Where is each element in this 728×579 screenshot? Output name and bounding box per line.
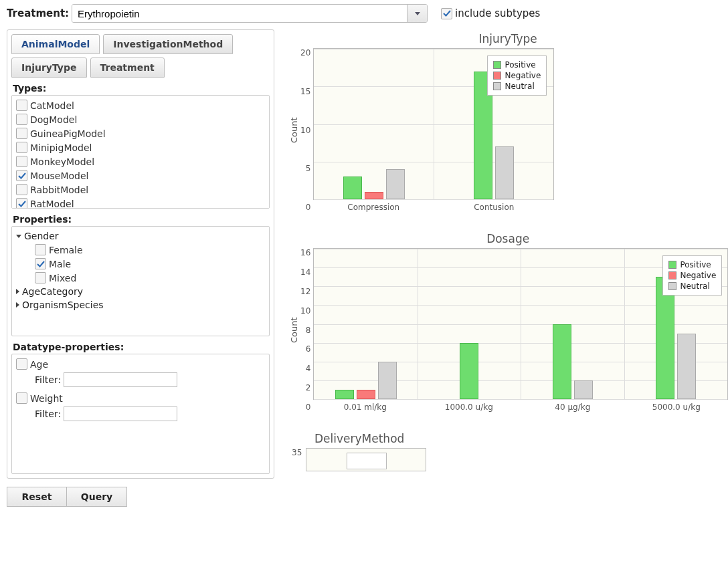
bar-neutral [677,334,696,399]
y-tick: 5 [306,164,311,173]
types-list[interactable]: CatModel DogModel GuineaPigModel Minipig… [11,95,270,209]
bar-group [314,249,418,399]
type-item-rabbitmodel[interactable]: RabbitModel [16,183,268,197]
chart-legend [347,453,387,469]
tab-investigationmethod[interactable]: InvestigationMethod [103,34,233,54]
chart-plot-area: Positive Negative Neutral [313,248,728,400]
charts-panel: InjuryType Count 20151050 Positive Negat… [288,29,728,471]
x-tick: 40 µg/kg [521,402,624,412]
type-item-monkeymodel[interactable]: MonkeyModel [16,154,268,168]
reset-button[interactable]: Reset [7,487,67,507]
bar-negative [357,390,375,399]
chevron-down-icon [16,235,21,238]
type-item-catmodel[interactable]: CatModel [16,98,268,112]
filter-panel: AnimalModel InvestigationMethod InjuryTy… [7,29,274,479]
y-tick: 10 [300,126,310,135]
y-tick: 6 [306,344,311,354]
bar-positive [460,343,478,399]
chart-legend: Positive Negative Neutral [662,255,722,296]
chevron-down-icon [415,12,420,15]
datatype-properties-label: Datatype-properties: [13,342,270,352]
y-tick: 8 [306,326,311,335]
bar-neutral [574,380,593,399]
bar-negative [365,192,383,199]
x-tick: 0.01 ml/kg [313,402,417,412]
x-tick: 1000.0 u/kg [417,402,521,412]
y-tick: 0 [306,203,311,212]
chart-title: Dosage [288,232,728,245]
chart-legend: Positive Negative Neutral [487,55,547,96]
y-tick: 2 [306,383,311,392]
filter-input-age[interactable] [64,372,177,387]
tab-animalmodel[interactable]: AnimalModel [11,34,100,54]
tree-node-agecategory[interactable]: AgeCategory [16,285,265,298]
properties-label: Properties: [13,214,270,225]
property-item-male[interactable]: Male [35,257,265,271]
bar-positive [553,324,571,400]
y-tick: 12 [300,287,310,296]
chevron-right-icon [16,302,19,308]
tree-node-organismspecies[interactable]: OrganismSpecies [16,298,265,312]
bar-group [418,249,521,399]
y-tick: 35 [288,448,306,457]
datatype-item-weight[interactable]: Weight [16,391,265,405]
chart-title: InjuryType [288,32,728,45]
bar-positive [343,177,362,199]
chart-plot-area [306,448,426,471]
tree-node-gender[interactable]: Gender [16,229,265,243]
y-tick: 15 [300,87,310,96]
bar-group [314,49,434,199]
y-axis-label: Count [288,48,300,212]
bar-neutral [386,169,405,199]
chart-title: DeliveryMethod [288,432,728,445]
y-axis-label: Count [288,248,300,412]
query-button[interactable]: Query [67,487,127,507]
filter-input-weight[interactable] [64,407,177,421]
types-label: Types: [13,83,270,94]
y-tick: 4 [306,364,311,373]
treatment-label: Treatment: [7,7,69,19]
x-tick: Compression [313,203,434,212]
type-item-guineapigmodel[interactable]: GuineaPigModel [16,126,268,140]
tab-injurytype[interactable]: InjuryType [11,57,87,78]
include-subtypes-label: include subtypes [455,7,540,19]
tab-treatment[interactable]: Treatment [90,57,165,78]
y-tick: 20 [300,48,310,57]
y-tick: 14 [300,267,310,277]
property-item-female[interactable]: Female [35,243,265,257]
property-item-mixed[interactable]: Mixed [35,271,265,285]
filter-label: Filter: [35,374,61,385]
treatment-dropdown-button[interactable] [407,5,427,22]
bar-neutral [378,362,397,399]
treatment-input[interactable] [72,5,407,22]
bar-neutral [495,146,514,199]
datatype-properties-box: Age Filter: Weight Filter: [11,354,270,474]
properties-tree[interactable]: Gender Female Male Mixed AgeCategory Org… [11,226,270,336]
bar-positive [335,390,354,399]
type-item-mousemodel[interactable]: MouseModel [16,168,268,183]
y-tick: 10 [300,306,310,316]
filter-label: Filter: [35,409,61,419]
treatment-combobox[interactable] [72,4,428,23]
chevron-right-icon [16,289,19,294]
x-tick: Contusion [434,203,554,212]
y-tick: 0 [306,402,311,412]
x-tick: 5000.0 u/kg [624,402,728,412]
type-item-minipigmodel[interactable]: MinipigModel [16,140,268,154]
type-item-ratmodel[interactable]: RatModel [16,197,268,209]
y-tick: 16 [300,248,310,257]
bar-group [521,249,624,399]
include-subtypes-checkbox[interactable]: include subtypes [441,7,540,19]
type-item-dogmodel[interactable]: DogModel [16,112,268,126]
datatype-item-age[interactable]: Age [16,357,265,371]
chart-plot-area: Positive Negative Neutral [313,48,554,200]
